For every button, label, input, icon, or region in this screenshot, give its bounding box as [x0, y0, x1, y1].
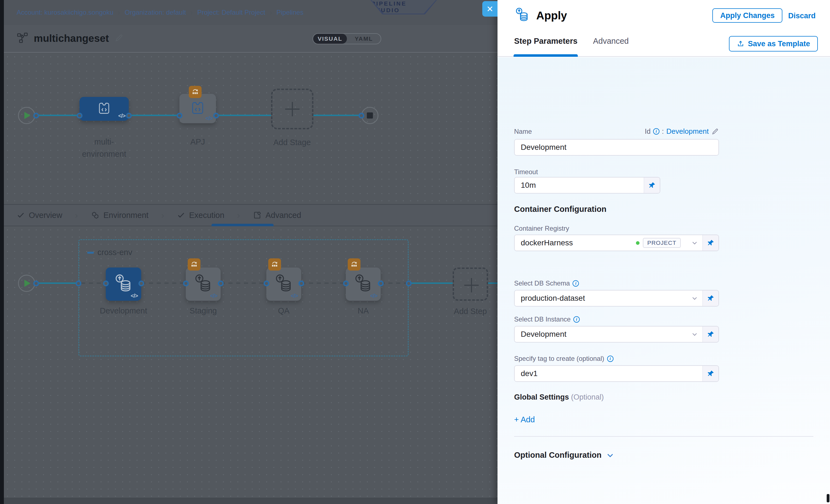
add-step-button[interactable]: [453, 267, 488, 301]
save-as-template-button[interactable]: Save as Template: [729, 36, 818, 52]
runtime-input-pin-button[interactable]: [702, 290, 719, 306]
tab-execution[interactable]: Execution: [177, 211, 224, 220]
port[interactable]: [177, 113, 183, 119]
runtime-input-pin-button[interactable]: [702, 366, 719, 381]
collapse-group-icon[interactable]: [87, 252, 94, 254]
port[interactable]: [75, 281, 82, 286]
stage-node-multi-environment[interactable]: </>: [79, 97, 129, 121]
db-instance-select[interactable]: Development: [514, 326, 719, 343]
step-node-development[interactable]: </>: [106, 267, 141, 301]
discard-button[interactable]: Discard: [788, 12, 816, 20]
add-stage-button[interactable]: [271, 89, 313, 129]
chevron-right-icon: ›: [75, 210, 78, 220]
db-schema-select[interactable]: production-dataset: [514, 290, 719, 307]
chevron-down-icon: [606, 451, 614, 460]
breadcrumb-account[interactable]: Account: kurosakiichigo.songoku: [17, 8, 114, 16]
apply-step-icon: [193, 273, 214, 295]
port[interactable]: [343, 281, 349, 286]
name-input[interactable]: [521, 143, 712, 152]
edit-id-icon[interactable]: [711, 128, 719, 135]
info-icon[interactable]: i: [573, 316, 580, 323]
check-icon: [177, 211, 185, 219]
id-label: Id: [645, 127, 650, 135]
port[interactable]: [378, 281, 384, 286]
step-label[interactable]: Staging: [183, 305, 224, 317]
code-icon: </>: [118, 113, 125, 119]
step-label[interactable]: NA: [349, 305, 377, 317]
step-node-qa[interactable]: </>: [266, 267, 301, 301]
container-registry-field[interactable]: dockerHarness PROJECT: [514, 234, 719, 251]
optional-configuration-toggle[interactable]: Optional Configuration: [514, 450, 614, 460]
toggle-yaml[interactable]: YAML: [347, 34, 381, 44]
container-registry-value: dockerHarness: [521, 239, 573, 247]
close-panel-button[interactable]: ✕: [482, 1, 498, 17]
stage-label[interactable]: multi-environment: [76, 136, 132, 160]
port[interactable]: [358, 113, 364, 119]
id-value[interactable]: Development: [666, 127, 709, 136]
apply-changes-button[interactable]: Apply Changes: [712, 8, 783, 23]
play-icon: [24, 112, 30, 119]
toggle-visual[interactable]: VISUAL: [313, 34, 347, 44]
breadcrumb-pipelines[interactable]: Pipelines: [276, 8, 303, 16]
chevron-down-icon[interactable]: [687, 326, 702, 342]
tab-step-parameters[interactable]: Step Parameters: [514, 37, 577, 46]
port[interactable]: [218, 281, 224, 286]
port[interactable]: [406, 281, 412, 286]
runtime-input-pin-button[interactable]: [702, 326, 719, 342]
timeout-input[interactable]: [521, 181, 638, 190]
port[interactable]: [138, 281, 144, 286]
port[interactable]: [263, 281, 269, 286]
port[interactable]: [77, 113, 83, 119]
pipeline-start-node[interactable]: [18, 107, 35, 124]
tab-advanced[interactable]: Advanced: [593, 37, 629, 46]
execution-start-node[interactable]: [18, 275, 35, 292]
runtime-input-pin-button[interactable]: [702, 235, 719, 251]
info-icon[interactable]: i: [653, 128, 660, 134]
edit-title-icon[interactable]: [114, 33, 124, 44]
step-label[interactable]: Development: [96, 305, 151, 317]
chevron-down-icon[interactable]: [687, 235, 702, 251]
info-icon[interactable]: i: [573, 280, 579, 287]
execution-canvas: cross-env </>: [4, 226, 498, 498]
add-stage-label[interactable]: Add Stage: [264, 136, 320, 149]
runtime-input-pin-button[interactable]: [644, 178, 660, 193]
canvas-horizontal-scrollbar[interactable]: [4, 498, 498, 504]
tab-environment[interactable]: Environment: [91, 211, 149, 220]
group-label[interactable]: cross-env: [97, 248, 132, 257]
port[interactable]: [183, 281, 189, 286]
connector-dashed: [301, 282, 346, 284]
connector-dashed: [381, 282, 409, 284]
tag-input[interactable]: [521, 369, 696, 378]
tab-overview[interactable]: Overview: [17, 211, 62, 220]
add-global-setting-button[interactable]: + Add: [514, 415, 535, 424]
code-icon: </>: [210, 293, 217, 299]
breadcrumb-project[interactable]: Project: Default Project: [197, 8, 265, 16]
chevron-down-icon[interactable]: [687, 290, 702, 306]
active-tab-underline: [212, 224, 274, 226]
panel-scrollbar-thumb[interactable]: [827, 494, 829, 502]
port[interactable]: [103, 281, 109, 286]
global-settings-label: Global Settings: [514, 393, 569, 401]
info-icon[interactable]: i: [607, 355, 613, 362]
port[interactable]: [126, 113, 132, 119]
tab-label: Advanced: [265, 211, 301, 220]
port[interactable]: [213, 113, 219, 119]
step-node-staging[interactable]: </>: [186, 267, 221, 301]
code-icon: </>: [291, 293, 298, 299]
breadcrumb-org[interactable]: Organization: default: [125, 8, 186, 16]
step-node-na[interactable]: </>: [346, 267, 381, 301]
step-label[interactable]: QA: [270, 305, 298, 317]
connector: [36, 115, 79, 116]
tab-advanced[interactable]: Advanced: [253, 211, 301, 220]
stage-node-apj[interactable]: </>: [180, 94, 216, 123]
container-registry-label: Container Registry: [514, 225, 569, 232]
port[interactable]: [33, 281, 39, 286]
port[interactable]: [298, 281, 304, 286]
stage-label[interactable]: APJ: [181, 136, 214, 148]
connector-dashed: [141, 282, 186, 284]
panel-tabs: Step Parameters Advanced Save as Templat…: [498, 31, 830, 57]
step-rollback-badge-icon: [268, 258, 281, 271]
tag-field: [514, 365, 719, 382]
add-step-label[interactable]: Add Step: [450, 305, 491, 317]
port[interactable]: [33, 113, 39, 119]
